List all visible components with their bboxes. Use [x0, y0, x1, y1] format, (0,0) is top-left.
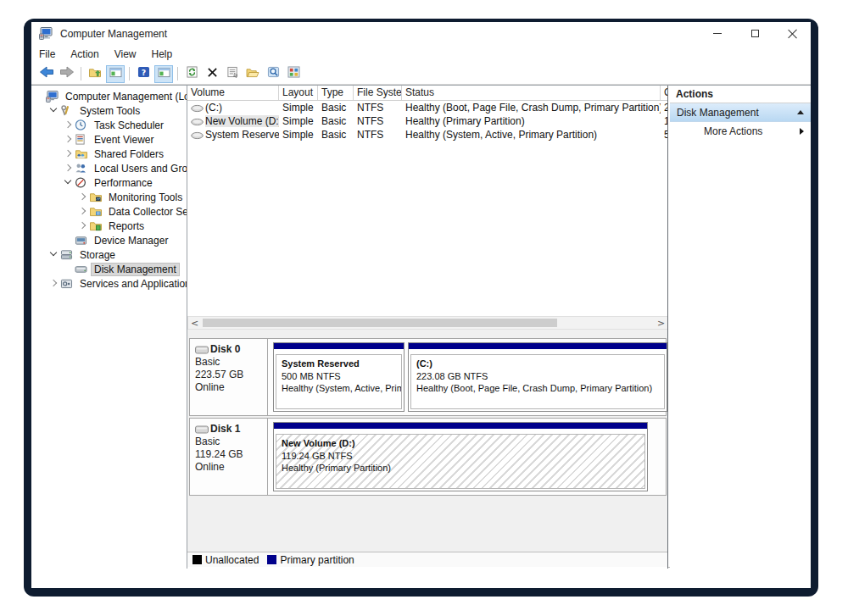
tree-item-label: Task Scheduler — [92, 119, 166, 131]
chevron-right-icon[interactable] — [78, 207, 87, 216]
partition-c[interactable]: (C:)223.08 GB NTFSHealthy (Boot, Page Fi… — [408, 342, 667, 412]
column-header-ca[interactable]: Ca — [661, 86, 668, 100]
column-header-layout[interactable]: Layout — [279, 86, 318, 100]
cell-volume: System Reserved — [187, 129, 279, 141]
tree-item-task-scheduler[interactable]: Task Scheduler — [31, 118, 187, 132]
minimize-button[interactable] — [699, 22, 736, 45]
tree-item-data-collector-sets[interactable]: Data Collector Sets — [31, 204, 187, 219]
menu-view[interactable]: View — [107, 46, 144, 63]
chevron-right-icon[interactable] — [64, 135, 73, 144]
partition-status: Healthy (Primary Partition) — [282, 462, 639, 474]
maximize-button[interactable] — [736, 22, 773, 45]
title-bar[interactable]: Computer Management — [31, 22, 811, 45]
cell-type: Basic — [318, 129, 354, 141]
tree-item-computer-management-local[interactable]: Computer Management (Local — [31, 89, 187, 103]
desktop-frame: Computer Management FileActionViewHelp ?… — [24, 19, 818, 597]
show-console-tree-button[interactable] — [106, 65, 125, 83]
partition-new-volume-d[interactable]: New Volume (D:)119.24 GB NTFSHealthy (Pr… — [273, 422, 648, 491]
open-folder-button[interactable] — [243, 65, 262, 83]
extension-button[interactable] — [284, 65, 303, 83]
partition-status: Healthy (Boot, Page File, Crash Dump, Pr… — [416, 382, 659, 394]
users-icon — [75, 163, 89, 175]
chevron-down-icon[interactable] — [64, 178, 73, 187]
tools-icon — [60, 105, 75, 117]
actions-group-disk-management[interactable]: Disk Management — [670, 103, 811, 122]
up-one-level-button[interactable] — [86, 65, 104, 83]
tree-item-services-and-applications[interactable]: Services and Applications — [31, 276, 187, 291]
column-header-file-system[interactable]: File System — [354, 86, 402, 100]
tree-item-reports[interactable]: Reports — [31, 219, 187, 233]
cell-layout: Simple — [279, 115, 318, 127]
volume-icon — [191, 130, 204, 139]
chevron-right-icon[interactable] — [64, 164, 73, 173]
volume-row-c[interactable]: (C:)SimpleBasicNTFSHealthy (Boot, Page F… — [187, 101, 668, 114]
collapse-group-icon[interactable] — [797, 110, 804, 114]
partition-status: Healthy (System, Active, Primary Partiti… — [282, 382, 396, 394]
scroll-left-arrow-icon[interactable]: < — [188, 317, 201, 329]
disk-header-disk-1[interactable]: Disk 1Basic119.24 GBOnline — [190, 419, 268, 495]
tree-item-monitoring-tools[interactable]: Monitoring Tools — [31, 190, 187, 204]
cell-file-system: NTFS — [354, 129, 402, 141]
chevron-down-icon[interactable] — [49, 106, 59, 115]
volume-name: New Volume (D:) — [205, 115, 279, 127]
find-button[interactable] — [264, 65, 282, 83]
partition-system-reserved[interactable]: System Reserved500 MB NTFSHealthy (Syste… — [273, 342, 404, 412]
scrollbar-thumb[interactable] — [203, 319, 557, 327]
chevron-down-icon[interactable] — [49, 250, 59, 259]
partition-info: New Volume (D:)119.24 GB NTFSHealthy (Pr… — [276, 434, 645, 489]
menu-action[interactable]: Action — [63, 46, 106, 63]
tree-item-device-manager[interactable]: Device Manager — [31, 233, 187, 247]
tree-item-label: Data Collector Sets — [106, 206, 187, 218]
tree-item-disk-management[interactable]: Disk Management — [31, 262, 187, 276]
tree-item-label: Shared Folders — [92, 148, 166, 160]
tree-item-storage[interactable]: Storage — [31, 247, 187, 262]
partition-info: (C:)223.08 GB NTFSHealthy (Boot, Page Fi… — [410, 354, 665, 409]
chevron-right-icon[interactable] — [49, 279, 59, 288]
cell-layout: Simple — [279, 129, 318, 141]
partition-size: 223.08 GB NTFS — [416, 370, 659, 382]
delete-button[interactable] — [203, 65, 221, 83]
cell-status: Healthy (Boot, Page File, Crash Dump, Pr… — [402, 102, 661, 114]
tree-item-performance[interactable]: Performance — [31, 175, 187, 190]
legend-label: Primary partition — [280, 554, 354, 566]
primary-partition-color-bar — [274, 343, 404, 351]
chevron-right-icon[interactable] — [78, 221, 87, 230]
volume-icon — [191, 103, 204, 112]
column-header-status[interactable]: Status — [402, 86, 661, 100]
help-button[interactable]: ? — [134, 65, 153, 83]
scroll-right-arrow-icon[interactable]: > — [655, 317, 667, 329]
tree-item-shared-folders[interactable]: Shared Folders — [31, 147, 187, 161]
show-action-pane-button[interactable] — [154, 65, 173, 83]
tree-item-event-viewer[interactable]: Event Viewer — [31, 132, 187, 147]
more-actions-item[interactable]: More Actions — [670, 122, 811, 141]
chevron-right-icon[interactable] — [64, 120, 73, 130]
disk-kind: Basic — [195, 436, 264, 447]
partition-info: System Reserved500 MB NTFSHealthy (Syste… — [276, 354, 402, 409]
cell-ca: 22 — [661, 102, 668, 114]
volume-row-new-volume-d[interactable]: New Volume (D:)SimpleBasicNTFSHealthy (P… — [187, 114, 668, 128]
up-one-level-icon — [88, 66, 102, 81]
toolbar-separator — [129, 67, 130, 80]
menu-help[interactable]: Help — [144, 46, 181, 63]
legend-swatch-icon — [192, 555, 202, 564]
chevron-right-icon[interactable] — [78, 192, 87, 202]
back-button[interactable] — [37, 65, 56, 83]
forward-button[interactable] — [58, 65, 76, 83]
menu-file[interactable]: File — [31, 46, 63, 63]
refresh-button[interactable] — [182, 65, 201, 83]
cell-volume: New Volume (D:) — [187, 115, 279, 127]
graphical-view: Disk 0Basic223.57 GBOnlineSystem Reserve… — [187, 330, 668, 552]
column-header-type[interactable]: Type — [318, 86, 354, 100]
disk-kind: Basic — [195, 356, 264, 368]
disk-header-disk-0[interactable]: Disk 0Basic223.57 GBOnline — [190, 339, 268, 415]
volume-row-system-reserved[interactable]: System ReservedSimpleBasicNTFSHealthy (S… — [187, 128, 668, 142]
computer-management-window: Computer Management FileActionViewHelp ?… — [31, 22, 811, 588]
column-header-volume[interactable]: Volume — [187, 86, 279, 100]
volume-list-horizontal-scrollbar[interactable]: < > — [187, 316, 668, 330]
chevron-right-icon[interactable] — [64, 149, 73, 158]
properties-button[interactable] — [223, 65, 242, 83]
tree-item-system-tools[interactable]: System Tools — [31, 103, 187, 118]
tree-item-local-users-and-groups[interactable]: Local Users and Groups — [31, 161, 187, 175]
tree-item-label: Computer Management (Local — [63, 91, 187, 103]
close-button[interactable] — [773, 22, 811, 45]
